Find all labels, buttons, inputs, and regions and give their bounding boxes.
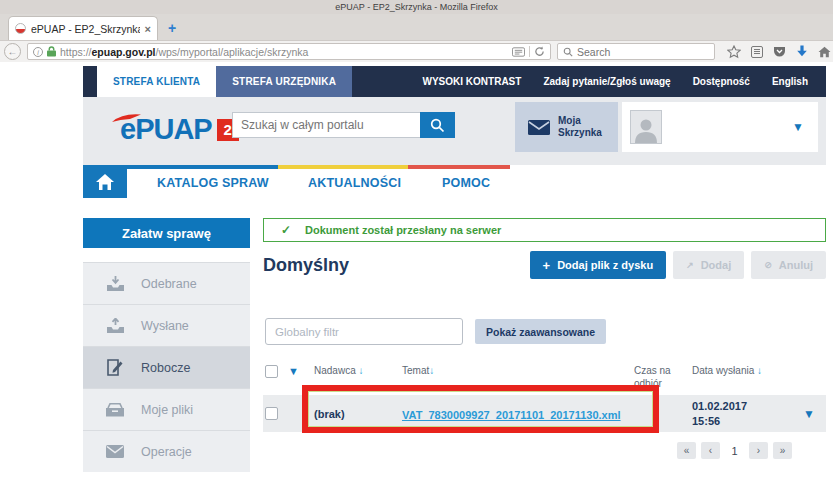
new-tab-button[interactable]: +: [168, 16, 176, 40]
link-dostepnosc[interactable]: Dostępność: [693, 76, 750, 87]
tab-close-icon[interactable]: ×: [145, 23, 151, 35]
site-header: ePUAP 2 Moja Skrzynka: [83, 97, 826, 165]
portal-search-input[interactable]: [232, 112, 420, 138]
page-current: 1: [725, 442, 744, 459]
anuluj-button[interactable]: ⊘ Anuluj: [751, 251, 826, 279]
bookmark-star-icon[interactable]: [727, 45, 741, 59]
sidebar-item-robocze[interactable]: Robocze: [83, 346, 250, 388]
page-last-button[interactable]: »: [773, 442, 792, 459]
table-row[interactable]: (brak) VAT_7830009927_20171101_20171130.…: [263, 395, 826, 432]
link-zadaj-pytanie[interactable]: Zadaj pytanie/Zgłoś uwagę: [543, 76, 670, 87]
divider: [529, 46, 530, 57]
browser-search[interactable]: [557, 43, 715, 60]
site-favicon: [15, 23, 26, 34]
main-nav: KATALOG SPRAW AKTUALNOŚCI POMOC: [83, 165, 826, 199]
moja-skrzynka-button[interactable]: Moja Skrzynka: [515, 102, 618, 152]
home-icon[interactable]: [818, 46, 831, 58]
nav-pomoc[interactable]: POMOC: [442, 169, 490, 198]
files-drawer-icon: [105, 403, 125, 417]
url-scheme: https://: [60, 46, 92, 58]
reader-mode-icon[interactable]: [512, 47, 525, 57]
column-data-wyslania[interactable]: Data wysłania ↓: [692, 365, 792, 376]
user-menu[interactable]: ▼: [622, 102, 818, 152]
alert-message: Dokument został przesłany na serwer: [305, 224, 501, 236]
pocket-icon[interactable]: [773, 46, 786, 58]
home-icon: [95, 173, 115, 191]
sidebar-item-label: Robocze: [141, 361, 190, 375]
date-value: 01.02.2017: [692, 400, 747, 412]
anuluj-label: Anuluj: [779, 259, 813, 271]
row-subject: VAT_7830009927_20171101_20171130.xml: [402, 405, 634, 423]
info-icon[interactable]: i: [33, 47, 43, 57]
column-temat[interactable]: Temat↓: [402, 365, 634, 376]
check-icon: ✓: [281, 223, 291, 237]
window-title: ePUAP - EP2_Skrzynka - Mozilla Firefox: [335, 2, 497, 12]
sidebar-item-wyslane[interactable]: Wysłane: [83, 304, 250, 346]
sidebar-item-odebrane[interactable]: Odebrane: [83, 262, 250, 304]
zalatw-sprawe-button[interactable]: Załatw sprawę: [83, 218, 250, 248]
page-viewport: STREFA KLIENTA STREFA URZĘDNIKA WYSOKI K…: [0, 62, 833, 481]
add-file-label: Dodaj plik z dysku: [557, 259, 653, 271]
row-checkbox[interactable]: [265, 407, 278, 420]
logo-swoosh-icon: [112, 109, 142, 127]
page-prev-button[interactable]: ‹: [701, 442, 720, 459]
upload-icon: ↗: [686, 260, 694, 270]
tab-strefa-urzednika[interactable]: STREFA URZĘDNIKA: [216, 66, 352, 97]
nav-home-button[interactable]: [83, 165, 127, 198]
url-text[interactable]: https://epuap.gov.pl/wps/myportal/aplika…: [60, 46, 508, 58]
chevron-down-icon[interactable]: ▼: [792, 120, 804, 134]
plus-icon: +: [543, 258, 551, 273]
row-sender: (brak): [314, 408, 402, 420]
url-path: /wps/myportal/aplikacje/skrzynka: [156, 46, 309, 58]
epuap-logo[interactable]: ePUAP 2: [120, 113, 239, 146]
row-actions-caret-icon[interactable]: ▼: [792, 407, 826, 421]
back-button[interactable]: ←: [4, 43, 21, 60]
nav-aktualnosci[interactable]: AKTUALNOŚCI: [308, 169, 401, 198]
table-header: ▼ Nadawca ↓ Temat↓ Czas na odbiór Data w…: [263, 365, 826, 395]
sidebar-item-label: Operacje: [141, 445, 192, 459]
portal-search: [232, 112, 455, 138]
sidebar-item-label: Moje pliki: [141, 403, 193, 417]
browser-tab[interactable]: ePUAP - EP2_Skrzynka ×: [8, 16, 158, 40]
portal-search-button[interactable]: [420, 112, 455, 138]
select-all-checkbox[interactable]: [265, 365, 278, 378]
dodaj-button[interactable]: ↗ Dodaj: [673, 251, 744, 279]
sidebar-item-moje-pliki[interactable]: Moje pliki: [83, 388, 250, 430]
sidebar-item-operacje[interactable]: Operacje: [83, 430, 250, 472]
add-file-from-disk-button[interactable]: + Dodaj plik z dysku: [530, 251, 667, 279]
browser-urlbar: ← i https://epuap.gov.pl/wps/myportal/ap…: [0, 40, 833, 62]
column-nadawca[interactable]: Nadawca ↓: [314, 365, 402, 376]
sort-down-icon: ↓: [358, 365, 363, 376]
screen: ePUAP - EP2_Skrzynka - Mozilla Firefox e…: [0, 0, 833, 481]
window-titlebar: ePUAP - EP2_Skrzynka - Mozilla Firefox: [0, 0, 833, 14]
bookmarks-menu-icon[interactable]: [751, 45, 763, 58]
tab-strefa-klienta[interactable]: STREFA KLIENTA: [97, 66, 216, 97]
browser-search-input[interactable]: [577, 46, 709, 58]
nav-katalog-spraw[interactable]: KATALOG SPRAW: [157, 169, 269, 198]
global-filter-input[interactable]: [265, 318, 463, 345]
address-bar[interactable]: i https://epuap.gov.pl/wps/myportal/apli…: [27, 43, 551, 60]
cancel-icon: ⊘: [764, 260, 772, 270]
show-advanced-button[interactable]: Pokaż zaawansowane: [475, 319, 606, 344]
avatar: [630, 110, 662, 144]
downloads-icon[interactable]: [796, 45, 808, 58]
link-english[interactable]: English: [772, 76, 808, 87]
filter-triangle-icon[interactable]: ▼: [288, 365, 302, 378]
draft-edit-icon: [105, 359, 125, 376]
page-title: Domyślny: [263, 255, 349, 276]
success-alert: ✓ Dokument został przesłany na serwer: [263, 218, 826, 242]
link-wysoki-kontrast[interactable]: WYSOKI KONTRAST: [423, 76, 522, 87]
page-first-button[interactable]: «: [677, 442, 696, 459]
row-date: 01.02.2017 15:56: [692, 399, 792, 428]
browser-tabbar: ePUAP - EP2_Skrzynka × +: [0, 14, 833, 40]
sort-down-icon: ↓: [757, 365, 762, 376]
page-next-button[interactable]: ›: [749, 442, 768, 459]
reload-icon[interactable]: [534, 46, 545, 57]
document-link[interactable]: VAT_7830009927_20171101_20171130.xml: [402, 409, 621, 421]
pagination: « ‹ 1 › »: [263, 442, 826, 459]
sort-down-icon: ↓: [429, 365, 434, 376]
inbox-upload-icon: [105, 318, 125, 333]
sidebar-item-label: Wysłane: [141, 319, 189, 333]
column-czas-na-odbior[interactable]: Czas na odbiór: [634, 365, 692, 390]
inbox-download-icon: [105, 276, 125, 291]
